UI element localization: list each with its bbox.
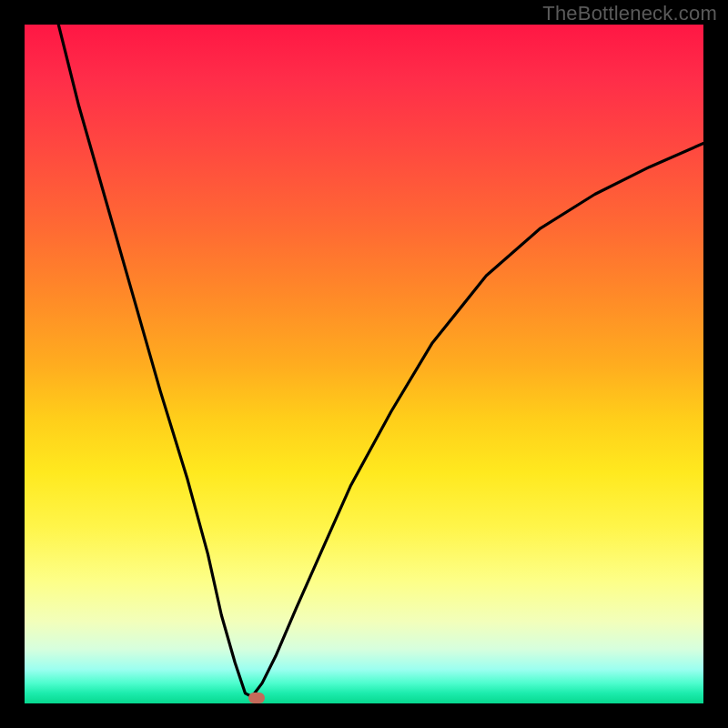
curve-svg xyxy=(25,25,703,703)
bottleneck-curve xyxy=(58,25,703,697)
selected-point-marker xyxy=(248,693,265,703)
plot-area xyxy=(25,25,703,703)
chart-frame: TheBottleneck.com xyxy=(0,0,728,728)
watermark-text: TheBottleneck.com xyxy=(542,2,717,25)
